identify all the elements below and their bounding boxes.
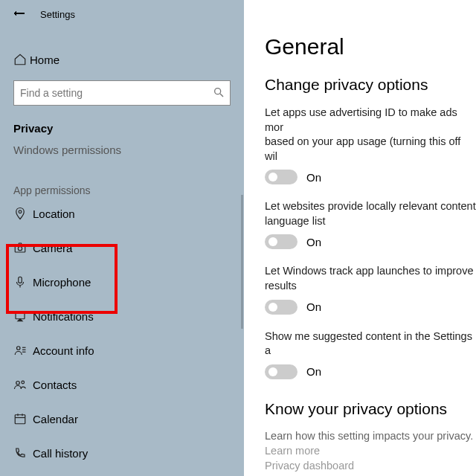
sidebar-item-windows-permissions[interactable]: Windows permissions	[13, 144, 231, 156]
back-arrow-icon[interactable]: 🠔	[13, 7, 25, 21]
link-learn-more[interactable]: Learn more	[265, 445, 476, 457]
toggle-state-label: On	[306, 300, 321, 313]
sidebar-item-microphone[interactable]: Microphone	[13, 265, 231, 299]
know-title: Know your privacy options	[265, 400, 476, 418]
sidebar-home-label: Home	[30, 54, 60, 66]
page-subtitle: Change privacy options	[265, 76, 476, 94]
sidebar-item-contacts[interactable]: Contacts	[13, 367, 231, 402]
svg-point-7	[17, 347, 21, 350]
svg-rect-13	[15, 415, 25, 424]
sidebar-item-home[interactable]: Home	[13, 49, 231, 70]
toggle-advertising-id[interactable]	[265, 170, 298, 184]
link-privacy-dashboard[interactable]: Privacy dashboard	[265, 460, 476, 472]
svg-point-11	[16, 382, 20, 385]
search-icon[interactable]	[213, 86, 225, 98]
toggle-state-label: On	[306, 365, 321, 378]
sidebar-item-notifications[interactable]: Notifications	[13, 299, 231, 333]
sidebar-item-label: Camera	[33, 242, 72, 254]
camera-icon	[13, 241, 33, 254]
svg-line-1	[220, 94, 223, 97]
toggle-state-label: On	[306, 236, 321, 248]
svg-rect-6	[16, 312, 25, 319]
sidebar-section-app-permissions: App permissions	[13, 184, 231, 196]
window-title: Settings	[40, 9, 75, 20]
option-description: Let Windows track app launches to improv…	[265, 264, 476, 293]
search-input[interactable]	[13, 80, 231, 106]
svg-point-4	[18, 247, 22, 251]
location-icon	[13, 207, 33, 220]
option-description: Let websites provide locally relevant co…	[265, 199, 476, 228]
option-description: Show me suggested content in the Setting…	[265, 329, 476, 358]
sidebar-item-label: Calendar	[33, 413, 78, 425]
option-language-list: Let websites provide locally relevant co…	[265, 199, 476, 249]
calendar-icon	[13, 412, 33, 425]
sidebar-item-label: Contacts	[33, 379, 77, 391]
sidebar-item-account-info[interactable]: Account info	[13, 333, 231, 367]
sidebar-item-label: Account info	[33, 344, 94, 357]
microphone-icon	[13, 275, 33, 289]
sidebar-item-calendar[interactable]: Calendar	[13, 402, 231, 436]
scrollbar[interactable]	[241, 195, 243, 329]
sidebar-category-title: Privacy	[13, 122, 231, 135]
toggle-app-launches[interactable]	[265, 300, 298, 315]
svg-rect-3	[15, 245, 25, 252]
svg-point-2	[19, 210, 22, 213]
option-suggested-content: Show me suggested content in the Setting…	[265, 329, 476, 379]
main-content: General Change privacy options Let apps …	[244, 0, 476, 476]
toggle-suggested-content[interactable]	[265, 364, 298, 379]
sidebar-item-label: Microphone	[33, 276, 91, 289]
option-advertising-id: Let apps use advertising ID to make ads …	[265, 106, 476, 184]
option-description: Let apps use advertising ID to make ads …	[265, 106, 476, 164]
sidebar-item-label: Location	[33, 208, 75, 220]
toggle-state-label: On	[306, 171, 321, 184]
option-app-launches: Let Windows track app launches to improv…	[265, 264, 476, 314]
know-subtitle: Learn how this setting impacts your priv…	[265, 430, 476, 442]
home-icon	[13, 53, 30, 66]
sidebar-item-camera[interactable]: Camera	[13, 231, 231, 265]
sidebar-item-call-history[interactable]: Call history	[13, 436, 231, 470]
search-container	[13, 80, 231, 106]
notifications-icon	[13, 309, 33, 323]
account-info-icon	[13, 344, 33, 357]
svg-point-0	[215, 89, 221, 94]
svg-rect-5	[19, 277, 22, 283]
sidebar-item-location[interactable]: Location	[13, 196, 231, 231]
sidebar: 🠔 Settings Home Privacy Windows permissi…	[0, 0, 244, 476]
sidebar-item-label: Call history	[33, 447, 88, 460]
contacts-icon	[13, 378, 33, 391]
call-history-icon	[13, 446, 33, 460]
toggle-language-list[interactable]	[265, 234, 298, 249]
sidebar-item-label: Notifications	[33, 310, 94, 323]
svg-point-12	[22, 381, 25, 384]
page-title: General	[265, 34, 476, 60]
